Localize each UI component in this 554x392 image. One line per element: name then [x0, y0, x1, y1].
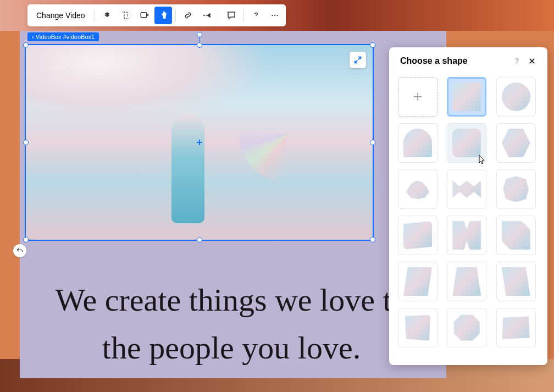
svg-point-3 — [277, 15, 278, 16]
separator — [243, 9, 244, 22]
shape-option-hex[interactable] — [496, 123, 536, 163]
panel-close-button[interactable] — [528, 57, 536, 65]
shape-thumb — [403, 129, 432, 157]
hand-icon — [158, 10, 168, 20]
more-icon — [270, 10, 280, 20]
separator — [95, 9, 95, 22]
resize-handle-r[interactable] — [370, 140, 375, 145]
video-box[interactable] — [25, 44, 374, 241]
shape-thumb — [452, 221, 481, 250]
shape-thumb — [502, 267, 530, 296]
shape-thumb — [452, 82, 481, 111]
panel-title: Choose a shape — [400, 56, 468, 66]
settings-button[interactable] — [98, 7, 116, 24]
shape-option-para1[interactable] — [398, 262, 437, 301]
comment-icon — [226, 10, 236, 20]
animation-icon — [202, 10, 212, 20]
shape-option-rect[interactable] — [447, 77, 486, 117]
shape-thumb — [452, 129, 481, 157]
svg-rect-0 — [141, 13, 147, 18]
mask-button[interactable] — [136, 7, 153, 24]
shape-thumb — [403, 267, 432, 296]
separator — [175, 9, 176, 22]
animation-button[interactable] — [198, 7, 215, 24]
shape-thumb — [502, 221, 530, 250]
shape-scroll[interactable] — [389, 73, 547, 365]
shape-thumb — [502, 313, 530, 342]
shape-option-zigzag[interactable] — [447, 169, 486, 209]
expand-button[interactable] — [350, 52, 366, 68]
shape-panel: Choose a shape ? — [389, 47, 547, 365]
crop-button[interactable] — [117, 7, 135, 24]
undo-icon — [16, 247, 24, 255]
shape-grid — [398, 77, 539, 347]
shape-option-cloud[interactable] — [398, 169, 437, 209]
plus-icon — [412, 91, 424, 103]
panel-header: Choose a shape ? — [389, 47, 547, 73]
resize-handle-tl[interactable] — [23, 42, 29, 48]
help-button[interactable] — [247, 7, 265, 24]
resize-handle-br[interactable] — [370, 237, 375, 242]
shape-option-circle[interactable] — [496, 77, 536, 117]
help-icon — [251, 10, 261, 20]
change-video-button[interactable]: Change Video — [30, 7, 91, 24]
panel-help-button[interactable]: ? — [515, 57, 519, 65]
more-button[interactable] — [266, 7, 284, 24]
center-indicator — [197, 140, 202, 145]
gear-icon — [102, 10, 112, 20]
svg-point-1 — [272, 15, 273, 16]
shape-thumb — [403, 221, 432, 250]
toolbar: Change Video — [27, 4, 286, 26]
video-cloud-graphic — [26, 45, 269, 132]
video-figure-graphic — [171, 113, 204, 223]
shape-option-splatter[interactable] — [447, 308, 486, 347]
resize-handle-bl[interactable] — [23, 237, 29, 242]
shape-thumb — [403, 175, 432, 203]
comment-button[interactable] — [223, 7, 240, 24]
shape-option-torn[interactable] — [496, 308, 536, 347]
shape-option-add[interactable] — [398, 77, 437, 117]
svg-point-2 — [274, 15, 275, 16]
resize-handle-tr[interactable] — [370, 42, 375, 48]
heading-text[interactable]: We create things we love to the people y… — [53, 276, 410, 372]
mask-icon — [140, 10, 149, 20]
shape-thumb — [452, 267, 481, 296]
rotate-handle[interactable] — [197, 32, 202, 37]
shape-option-rounded[interactable] — [447, 123, 486, 163]
close-icon — [528, 57, 536, 65]
expand-icon — [353, 56, 362, 64]
shape-button[interactable] — [154, 7, 172, 24]
resize-handle-l[interactable] — [23, 140, 29, 145]
shape-thumb — [452, 175, 481, 203]
shape-option-blob[interactable] — [496, 169, 536, 209]
link-icon — [183, 10, 193, 20]
shape-option-brush[interactable] — [398, 308, 437, 347]
shape-thumb — [452, 313, 481, 342]
shape-thumb — [403, 313, 432, 342]
resize-handle-b[interactable] — [197, 237, 202, 242]
shape-option-wave[interactable] — [398, 216, 437, 255]
crop-icon — [121, 10, 131, 20]
shape-option-para2[interactable] — [496, 262, 536, 301]
shape-option-pinch[interactable] — [447, 216, 486, 255]
selection-label[interactable]: VideoBox #videoBox1 — [27, 32, 99, 41]
shape-thumb — [502, 129, 530, 157]
shape-thumb — [502, 82, 530, 111]
shape-thumb — [502, 175, 530, 203]
shape-option-curved[interactable] — [496, 216, 536, 255]
shape-option-arch[interactable] — [398, 123, 437, 163]
link-button[interactable] — [179, 7, 197, 24]
separator — [219, 9, 219, 22]
resize-handle-t[interactable] — [197, 42, 202, 48]
undo-button[interactable] — [13, 244, 26, 257]
shape-option-trap[interactable] — [447, 262, 486, 301]
